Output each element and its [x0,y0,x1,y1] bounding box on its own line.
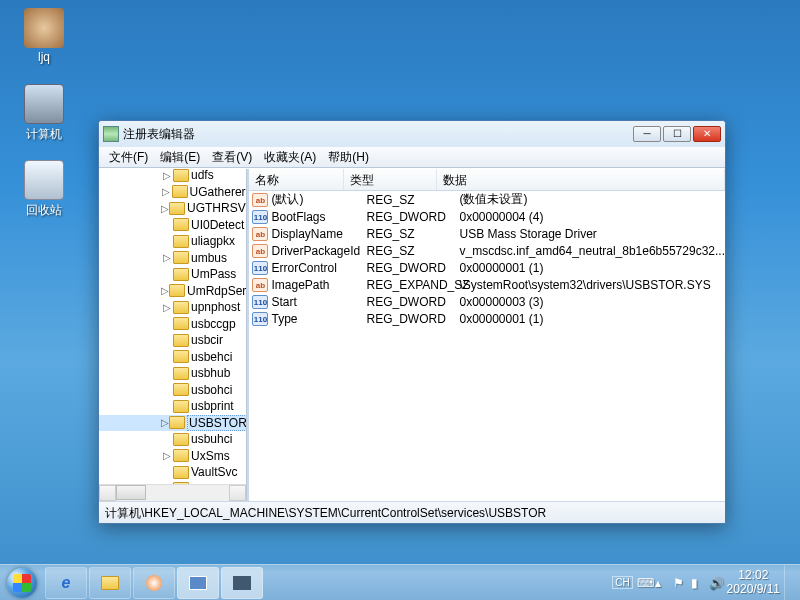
tree-expand-icon[interactable] [161,351,173,362]
tree-node[interactable]: usbhub [99,365,246,382]
tree-node[interactable]: ▷UmRdpService [99,283,246,300]
tree-node[interactable]: usbprint [99,398,246,415]
tree-expand-icon[interactable]: ▷ [161,285,169,296]
tree-label: usbprint [191,399,234,413]
folder-icon [173,235,189,248]
desktop-icon-user[interactable]: ljq [14,8,74,64]
value-name: Start [271,295,366,309]
tree-label: usbohci [191,383,232,397]
tree-expand-icon[interactable] [161,384,173,395]
tree-expand-icon[interactable]: ▷ [161,450,173,461]
tree-node[interactable]: usbccgp [99,316,246,333]
tree-node[interactable]: usbcir [99,332,246,349]
tree-node[interactable]: uliagpkx [99,233,246,250]
desktop-icon-computer[interactable]: 计算机 [14,84,74,143]
scroll-right-icon[interactable] [229,485,246,501]
value-data: 0x00000001 (1) [459,312,725,326]
tree-expand-icon[interactable] [161,401,173,412]
maximize-button[interactable]: ☐ [663,126,691,142]
tree-node[interactable]: ▷USBSTOR [99,415,246,432]
scroll-left-icon[interactable] [99,485,116,501]
col-name[interactable]: 名称 [249,169,344,190]
tree-expand-icon[interactable] [161,368,173,379]
col-type[interactable]: 类型 [344,169,437,190]
lang-indicator[interactable]: CH [612,576,632,589]
tree-hscroll[interactable] [99,484,246,501]
tree-expand-icon[interactable]: ▷ [161,417,169,428]
list-body[interactable]: ab(默认)REG_SZ(数值未设置)110BootFlagsREG_DWORD… [249,191,725,501]
menu-view[interactable]: 查看(V) [206,147,258,168]
tray-up-icon[interactable]: ▴ [655,576,669,590]
wmp-icon [146,575,162,591]
list-row[interactable]: abDisplayNameREG_SZUSB Mass Storage Driv… [249,225,725,242]
list-row[interactable]: 110TypeREG_DWORD0x00000001 (1) [249,310,725,327]
list-row[interactable]: abDriverPackageIdREG_SZv_mscdsc.inf_amd6… [249,242,725,259]
menu-file[interactable]: 文件(F) [103,147,154,168]
value-type: REG_SZ [366,193,459,207]
tree-node[interactable]: usbohci [99,382,246,399]
value-name: (默认) [271,191,366,208]
value-data: 0x00000001 (1) [459,261,725,275]
tree-expand-icon[interactable] [161,335,173,346]
taskbar-app1[interactable] [177,567,219,599]
menu-help[interactable]: 帮助(H) [322,147,375,168]
tree-expand-icon[interactable] [161,269,173,280]
menu-edit[interactable]: 编辑(E) [154,147,206,168]
clock-time: 12:02 [727,569,780,582]
menu-favorites[interactable]: 收藏夹(A) [258,147,322,168]
taskbar-explorer[interactable] [89,567,131,599]
titlebar[interactable]: 注册表编辑器 ─ ☐ ✕ [99,121,725,147]
clock[interactable]: 12:02 2020/9/11 [727,569,780,595]
app2-icon [233,576,251,590]
tree-expand-icon[interactable]: ▷ [161,170,173,181]
tree-node[interactable]: usbehci [99,349,246,366]
minimize-button[interactable]: ─ [633,126,661,142]
col-data[interactable]: 数据 [437,169,725,190]
list-row[interactable]: 110ErrorControlREG_DWORD0x00000001 (1) [249,259,725,276]
tree-node[interactable]: ▷UGTHRSVC [99,200,246,217]
dword-value-icon: 110 [252,312,268,326]
taskbar-app2[interactable] [221,567,263,599]
tree-expand-icon[interactable]: ▷ [161,252,173,263]
list-row[interactable]: ab(默认)REG_SZ(数值未设置) [249,191,725,208]
tree-node[interactable]: usbuhci [99,431,246,448]
taskbar-wmp[interactable] [133,567,175,599]
tree-node[interactable]: UI0Detect [99,217,246,234]
tree-panel[interactable]: ▷udfs▷UGatherer▷UGTHRSVC UI0Detect uliag… [99,169,247,501]
tray-keyboard-icon[interactable]: ⌨ [637,576,651,590]
regedit-window: 注册表编辑器 ─ ☐ ✕ 文件(F) 编辑(E) 查看(V) 收藏夹(A) 帮助… [98,120,726,524]
tree-expand-icon[interactable]: ▷ [161,203,169,214]
tray-flag-icon[interactable]: ⚑ [673,576,687,590]
scroll-thumb[interactable] [116,485,146,500]
tree-expand-icon[interactable] [161,318,173,329]
tree-label: UmRdpService [187,284,247,298]
tree-expand-icon[interactable]: ▷ [161,186,172,197]
folder-icon [173,400,189,413]
list-row[interactable]: 110StartREG_DWORD0x00000003 (3) [249,293,725,310]
list-row[interactable]: abImagePathREG_EXPAND_SZ\SystemRoot\syst… [249,276,725,293]
tree-node[interactable]: ▷UxSms [99,448,246,465]
desktop-icon-recyclebin[interactable]: 回收站 [14,160,74,219]
tree-expand-icon[interactable] [161,434,173,445]
tree-node[interactable]: VaultSvc [99,464,246,481]
taskbar-ie[interactable]: e [45,567,87,599]
close-button[interactable]: ✕ [693,126,721,142]
tree-node[interactable]: ▷udfs [99,169,246,184]
tree-node[interactable]: UmPass [99,266,246,283]
tree-node[interactable]: ▷upnphost [99,299,246,316]
tree-expand-icon[interactable] [161,219,173,230]
start-button[interactable] [0,565,44,601]
folder-icon [172,185,188,198]
tree-expand-icon[interactable]: ▷ [161,302,173,313]
tree-expand-icon[interactable] [161,467,173,478]
tray-volume-icon[interactable]: 🔊 [709,576,723,590]
show-desktop-button[interactable] [784,565,794,601]
tree-expand-icon[interactable] [161,236,173,247]
tree-node[interactable]: ▷umbus [99,250,246,267]
dword-value-icon: 110 [252,261,268,275]
tree-label: usbccgp [191,317,236,331]
tree-node[interactable]: ▷UGatherer [99,184,246,201]
dword-value-icon: 110 [252,210,268,224]
list-row[interactable]: 110BootFlagsREG_DWORD0x00000004 (4) [249,208,725,225]
tray-network-icon[interactable]: ▮ [691,576,705,590]
